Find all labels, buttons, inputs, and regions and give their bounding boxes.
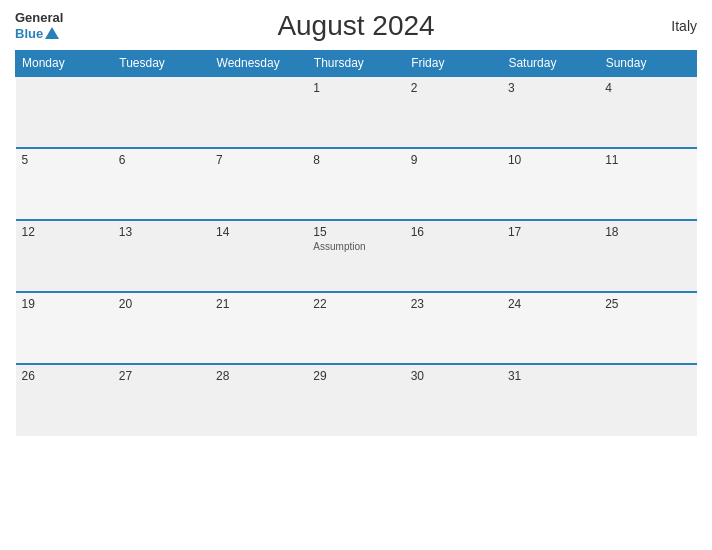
calendar-cell: 6 bbox=[113, 148, 210, 220]
day-number: 11 bbox=[605, 153, 690, 167]
weekday-monday: Monday bbox=[16, 51, 113, 77]
day-number: 13 bbox=[119, 225, 204, 239]
calendar-cell: 12 bbox=[16, 220, 113, 292]
logo-triangle-icon bbox=[45, 27, 59, 39]
calendar-cell: 13 bbox=[113, 220, 210, 292]
weekday-thursday: Thursday bbox=[307, 51, 404, 77]
logo-blue-row: Blue bbox=[15, 26, 59, 41]
day-number: 14 bbox=[216, 225, 301, 239]
logo-blue-text: Blue bbox=[15, 26, 43, 41]
calendar-cell: 26 bbox=[16, 364, 113, 436]
country-label: Italy bbox=[671, 18, 697, 34]
calendar-cell: 3 bbox=[502, 76, 599, 148]
weekday-saturday: Saturday bbox=[502, 51, 599, 77]
weekday-row: Monday Tuesday Wednesday Thursday Friday… bbox=[16, 51, 697, 77]
day-number: 31 bbox=[508, 369, 593, 383]
weekday-sunday: Sunday bbox=[599, 51, 696, 77]
day-number: 22 bbox=[313, 297, 398, 311]
weekday-tuesday: Tuesday bbox=[113, 51, 210, 77]
day-number: 10 bbox=[508, 153, 593, 167]
calendar-cell: 5 bbox=[16, 148, 113, 220]
calendar-cell: 25 bbox=[599, 292, 696, 364]
day-number: 6 bbox=[119, 153, 204, 167]
calendar-week-3: 19202122232425 bbox=[16, 292, 697, 364]
calendar-cell: 20 bbox=[113, 292, 210, 364]
day-number: 28 bbox=[216, 369, 301, 383]
calendar-cell: 4 bbox=[599, 76, 696, 148]
calendar-cell: 17 bbox=[502, 220, 599, 292]
calendar-header: Monday Tuesday Wednesday Thursday Friday… bbox=[16, 51, 697, 77]
calendar-week-0: 1234 bbox=[16, 76, 697, 148]
day-number: 23 bbox=[411, 297, 496, 311]
day-number: 3 bbox=[508, 81, 593, 95]
calendar-cell: 31 bbox=[502, 364, 599, 436]
day-number: 9 bbox=[411, 153, 496, 167]
calendar-cell: 27 bbox=[113, 364, 210, 436]
day-number: 30 bbox=[411, 369, 496, 383]
weekday-wednesday: Wednesday bbox=[210, 51, 307, 77]
day-number: 18 bbox=[605, 225, 690, 239]
calendar-week-1: 567891011 bbox=[16, 148, 697, 220]
day-number: 12 bbox=[22, 225, 107, 239]
header: General Blue August 2024 Italy bbox=[15, 10, 697, 42]
day-number: 8 bbox=[313, 153, 398, 167]
calendar-week-2: 12131415Assumption161718 bbox=[16, 220, 697, 292]
calendar-cell: 7 bbox=[210, 148, 307, 220]
day-number: 2 bbox=[411, 81, 496, 95]
day-number: 26 bbox=[22, 369, 107, 383]
calendar-cell: 14 bbox=[210, 220, 307, 292]
day-number: 15 bbox=[313, 225, 398, 239]
calendar-cell bbox=[16, 76, 113, 148]
calendar-cell bbox=[113, 76, 210, 148]
calendar-cell: 2 bbox=[405, 76, 502, 148]
calendar-cell: 16 bbox=[405, 220, 502, 292]
calendar-cell: 29 bbox=[307, 364, 404, 436]
calendar-cell bbox=[210, 76, 307, 148]
day-number: 24 bbox=[508, 297, 593, 311]
day-event: Assumption bbox=[313, 241, 398, 252]
day-number: 17 bbox=[508, 225, 593, 239]
calendar-cell: 24 bbox=[502, 292, 599, 364]
calendar-body: 123456789101112131415Assumption161718192… bbox=[16, 76, 697, 436]
day-number: 4 bbox=[605, 81, 690, 95]
calendar-cell: 15Assumption bbox=[307, 220, 404, 292]
calendar-cell: 23 bbox=[405, 292, 502, 364]
day-number: 25 bbox=[605, 297, 690, 311]
day-number: 29 bbox=[313, 369, 398, 383]
calendar-page: General Blue August 2024 Italy Monday Tu… bbox=[0, 0, 712, 550]
calendar-cell: 21 bbox=[210, 292, 307, 364]
day-number: 20 bbox=[119, 297, 204, 311]
day-number: 1 bbox=[313, 81, 398, 95]
calendar-cell: 28 bbox=[210, 364, 307, 436]
calendar-cell: 8 bbox=[307, 148, 404, 220]
day-number: 5 bbox=[22, 153, 107, 167]
logo: General Blue bbox=[15, 11, 63, 40]
calendar-cell: 18 bbox=[599, 220, 696, 292]
calendar-cell: 1 bbox=[307, 76, 404, 148]
calendar-cell: 19 bbox=[16, 292, 113, 364]
calendar-week-4: 262728293031 bbox=[16, 364, 697, 436]
calendar-table: Monday Tuesday Wednesday Thursday Friday… bbox=[15, 50, 697, 436]
calendar-cell: 10 bbox=[502, 148, 599, 220]
logo-general-text: General bbox=[15, 11, 63, 25]
day-number: 21 bbox=[216, 297, 301, 311]
calendar-cell: 9 bbox=[405, 148, 502, 220]
calendar-cell bbox=[599, 364, 696, 436]
calendar-cell: 30 bbox=[405, 364, 502, 436]
day-number: 16 bbox=[411, 225, 496, 239]
day-number: 7 bbox=[216, 153, 301, 167]
day-number: 27 bbox=[119, 369, 204, 383]
page-title: August 2024 bbox=[277, 10, 434, 42]
calendar-cell: 22 bbox=[307, 292, 404, 364]
day-number: 19 bbox=[22, 297, 107, 311]
weekday-friday: Friday bbox=[405, 51, 502, 77]
calendar-cell: 11 bbox=[599, 148, 696, 220]
